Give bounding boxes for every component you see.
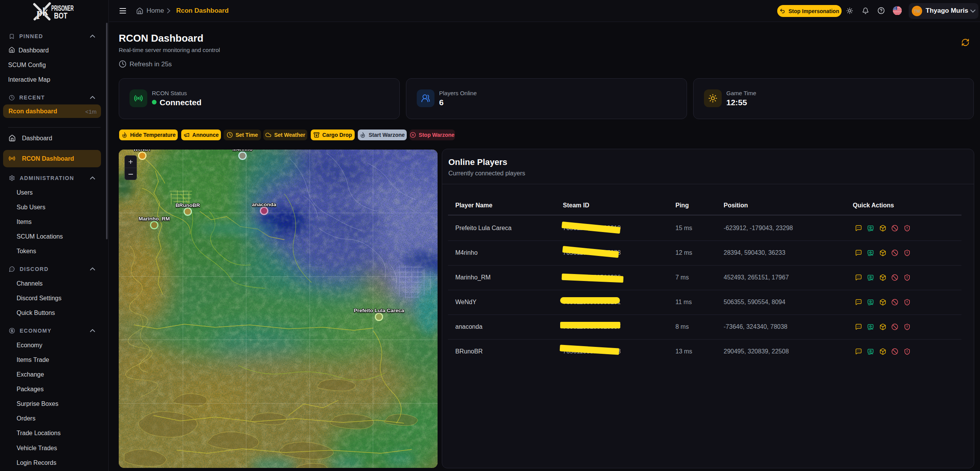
svg-text:BOT: BOT [54,11,67,20]
